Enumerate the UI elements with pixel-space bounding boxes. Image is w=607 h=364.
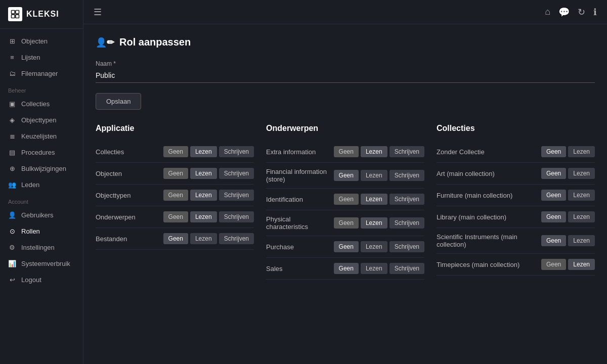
schrijven-btn[interactable]: Schrijven [219,168,254,179]
sidebar-item-objecttypen[interactable]: ◈ Objecttypen [0,112,83,128]
sidebar-item-instellingen[interactable]: ⚙ Instellingen [0,239,83,255]
geen-btn[interactable]: Geen [334,146,359,157]
procedures-icon: ▤ [8,148,16,156]
info-icon[interactable]: ℹ [593,7,597,18]
lezen-btn[interactable]: Lezen [361,263,387,274]
topbar-right: ⌂ 💬 ↻ ℹ [545,7,597,18]
perm-label: Extra information [266,148,334,156]
lezen-btn[interactable]: Lezen [190,190,217,201]
lezen-btn[interactable]: Lezen [190,211,217,222]
sidebar-item-rollen[interactable]: ⊙ Rollen [0,223,83,239]
perm-row: Furniture (main collection) Geen Lezen [437,185,595,206]
perm-label: Purchase [266,243,334,251]
naam-label: Naam * [96,60,595,67]
refresh-icon[interactable]: ↻ [578,7,585,18]
lezen-btn[interactable]: Lezen [568,190,595,201]
schrijven-btn[interactable]: Schrijven [389,217,424,229]
lezen-btn[interactable]: Lezen [190,146,217,157]
lezen-btn[interactable]: Lezen [361,241,387,252]
schrijven-btn[interactable]: Schrijven [389,194,424,205]
lezen-btn[interactable]: Lezen [568,211,595,222]
perm-label: Onderwerpen [96,213,163,221]
lezen-btn[interactable]: Lezen [568,235,595,246]
perm-label: Bestanden [96,235,163,243]
lezen-btn[interactable]: Lezen [568,168,595,179]
collection-icon: ▣ [8,100,16,108]
perm-label: Library (main collection) [437,213,541,221]
perm-buttons: Geen Lezen Schrijven [334,241,424,252]
perm-buttons: Geen Lezen [541,146,595,157]
schrijven-btn[interactable]: Schrijven [219,211,254,222]
lezen-btn[interactable]: Lezen [361,194,387,205]
logo-icon [8,7,22,21]
geen-btn[interactable]: Geen [163,168,188,179]
schrijven-btn[interactable]: Schrijven [219,146,254,157]
geen-btn[interactable]: Geen [163,211,188,222]
sidebar-item-gebruikers[interactable]: 👤 Gebruikers [0,207,83,223]
sidebar-item-lijsten[interactable]: ≡ Lijsten [0,49,83,65]
geen-btn[interactable]: Geen [541,259,566,270]
lezen-btn[interactable]: Lezen [190,233,217,244]
schrijven-btn[interactable]: Schrijven [389,170,424,181]
perm-row: Zonder Collectie Geen Lezen [437,141,595,163]
account-label: Account [0,193,83,207]
perm-row: Sales Geen Lezen Schrijven [266,258,424,280]
lezen-btn[interactable]: Lezen [361,217,387,229]
geen-btn[interactable]: Geen [334,194,359,205]
logo-text: KLEKSI [26,10,59,19]
page-title: 👤✏ Rol aanpassen [96,36,595,48]
users-icon: 👥 [8,180,16,189]
applicatie-title: Applicatie [96,124,254,133]
lezen-btn[interactable]: Lezen [190,168,217,179]
perm-buttons: Geen Lezen [541,235,595,246]
lezen-btn[interactable]: Lezen [568,259,595,270]
home-icon[interactable]: ⌂ [545,7,550,17]
schrijven-btn[interactable]: Schrijven [389,263,424,274]
perm-label: Collecties [96,148,163,156]
perm-buttons: Geen Lezen Schrijven [163,190,254,201]
schrijven-btn[interactable]: Schrijven [389,241,424,252]
sidebar-item-label: Procedures [21,149,55,156]
geen-btn[interactable]: Geen [541,211,566,222]
geen-btn[interactable]: Geen [334,217,359,229]
sidebar-item-logout[interactable]: ↩ Logout [0,271,83,288]
geen-btn[interactable]: Geen [163,190,188,201]
sidebar-item-bulkwijzigingen[interactable]: ⊕ Bulkwijzigingen [0,160,83,176]
geen-btn[interactable]: Geen [541,235,566,246]
perm-label: Physical characteristics [266,215,334,231]
sidebar-item-filemanager[interactable]: 🗂 Filemanager [0,65,83,81]
naam-input[interactable] [96,69,595,83]
geen-btn[interactable]: Geen [334,263,359,274]
chat-icon[interactable]: 💬 [558,7,570,18]
schrijven-btn[interactable]: Schrijven [219,233,254,244]
sidebar-item-systeemverbruik[interactable]: 📊 Systeemverbruik [0,255,83,271]
hamburger-icon[interactable]: ☰ [94,7,102,18]
main-area: ☰ ⌂ 💬 ↻ ℹ 👤✏ Rol aanpassen Naam * Opslaa… [83,0,607,364]
geen-btn[interactable]: Geen [541,168,566,179]
geen-btn[interactable]: Geen [163,146,188,157]
perm-row: Art (main collection) Geen Lezen [437,163,595,185]
objecttype-icon: ◈ [8,116,16,124]
geen-btn[interactable]: Geen [334,241,359,252]
list-icon: ≡ [8,53,16,61]
sidebar-item-leden[interactable]: 👥 Leden [0,176,83,193]
lezen-btn[interactable]: Lezen [361,170,387,181]
geen-btn[interactable]: Geen [541,190,566,201]
schrijven-btn[interactable]: Schrijven [219,190,254,201]
sidebar-item-keuzelijsten[interactable]: ≣ Keuzelijsten [0,128,83,144]
sidebar-item-objecten[interactable]: ⊞ Objecten [0,33,83,49]
perm-row: Financial information (store) Geen Lezen… [266,163,424,189]
perm-buttons: Geen Lezen Schrijven [334,146,424,157]
geen-btn[interactable]: Geen [334,170,359,181]
sidebar-item-procedures[interactable]: ▤ Procedures [0,144,83,160]
perm-buttons: Geen Lezen [541,168,595,179]
perm-buttons: Geen Lezen Schrijven [163,146,254,157]
perm-label: Art (main collection) [437,170,541,177]
geen-btn[interactable]: Geen [163,233,188,244]
geen-btn[interactable]: Geen [541,146,566,157]
lezen-btn[interactable]: Lezen [361,146,387,157]
schrijven-btn[interactable]: Schrijven [389,146,424,157]
lezen-btn[interactable]: Lezen [568,146,595,157]
sidebar-item-collecties[interactable]: ▣ Collecties [0,96,83,112]
opslaan-button[interactable]: Opslaan [96,93,141,110]
